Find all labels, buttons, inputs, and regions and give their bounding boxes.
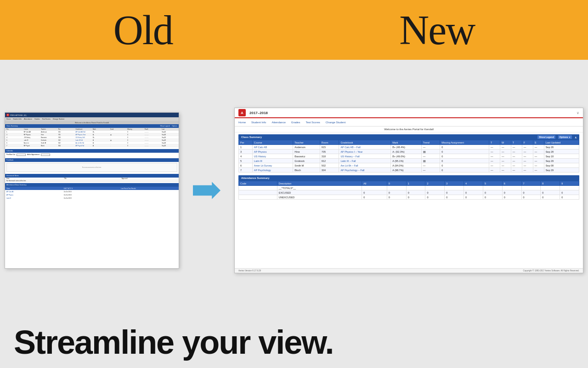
new-content: Class Summary Show Legend Options ∨ ∧ Pe… [235,132,583,268]
collapse-icon[interactable]: ∧ [575,136,577,139]
table-row: 5Latin IIIGrokiock912Latin III – FallA (… [239,159,579,163]
new-label: New [399,6,475,54]
att-col-8: 8 [541,181,560,186]
col-course: Course [252,140,293,145]
col-last: Last Updated [544,140,579,145]
col-trend: Trend [421,140,440,145]
attendance-table: Code Description All 0 1 2 3 4 5 6 7 [238,181,579,200]
att-col-5: 5 [483,181,502,186]
new-nav: Home Student Info Attendance Grades Test… [235,118,583,126]
att-col-9: 9 [560,181,579,186]
attendance-title: Attendance Summary [241,177,270,179]
nav-student-info[interactable]: Student Info [251,121,266,124]
att-col-6: 6 [502,181,521,186]
footer-left: Aeries Version 8.17.9.29 [238,270,261,272]
att-col-0: 0 [387,181,406,186]
nav-home[interactable]: Home [238,121,246,124]
col-missing: Missing Assignment [440,140,489,145]
table-row: 4US HistoryBasowicz318US History – FallB… [239,154,579,159]
col-past5-s: S [533,140,544,145]
att-col-7: 7 [521,181,541,186]
nav-change-student[interactable]: Change Student [326,121,345,124]
new-screenshot: A 2017–2018 ∨ Home Student Info Attendan… [234,108,583,273]
col-past5-th: T [511,140,522,145]
col-mark: Mark [391,140,421,145]
attendance-section: Attendance Summary Code Description All … [238,175,579,200]
nav-test-scores[interactable]: Test Scores [305,121,320,124]
old-screenshot: A PREV ATTEND: (G) HomeStudent InfoAtten… [5,112,179,269]
att-row-unexcused: UNEXCUSED00000000000 [239,195,579,200]
col-past5-t: T [489,140,500,145]
att-col-4: 4 [464,181,483,186]
main-content: A PREV ATTEND: (G) HomeStudent InfoAtten… [0,60,588,321]
att-row-totals: __*TOTALS*__ [239,186,579,190]
svg-marker-0 [193,182,220,199]
att-col-all: All [362,181,387,186]
class-summary-title: Class Summary [241,136,262,138]
att-row-excused: EXCUSED00000000000 [239,190,579,195]
table-row: 1AP Calc ABAnderson915AP Calc AB – FallB… [239,145,579,150]
col-past5-w: W [500,140,511,145]
col-teacher: Teacher [293,140,320,145]
bottom-tagline: Streamline your view. [0,321,588,368]
att-col-2: 2 [425,181,445,186]
att-col-1: 1 [406,181,425,186]
table-row: 7AP PsychologyBloch304AP Psychology – Fa… [239,168,579,172]
col-room: Room [320,140,339,145]
old-label: Old [113,6,173,54]
new-footer: Aeries Version 8.17.9.29 Copyright © 199… [235,268,583,273]
col-past5-f: F [522,140,533,145]
class-summary-table: Per Course Teacher Room Gradebook Mark T… [238,140,579,172]
footer-right: Copyright © 1993-2017 Aeries Software. A… [523,270,579,272]
att-col-desc: Description [277,181,362,186]
attendance-header: Attendance Summary [238,175,579,181]
new-year: 2017–2018 [249,111,268,115]
top-bar: Old New [0,0,588,60]
welcome-text: Welcome to the Aeries Portal for Kendall [235,126,583,132]
arrow-container [193,181,220,200]
col-per: Per [239,140,253,145]
att-col-code: Code [239,181,277,186]
arrow-icon [193,181,220,200]
table-row: 3AP PhysicsHine705AP Physics I – YearA- … [239,150,579,154]
nav-attendance[interactable]: Attendance [271,121,285,124]
class-summary-header: Class Summary Show Legend Options ∨ ∧ [238,134,579,140]
att-col-3: 3 [445,181,464,186]
options-btn[interactable]: Options ∨ [558,135,572,139]
new-topbar: A 2017–2018 ∨ [235,108,583,118]
new-logo: A [238,109,246,116]
nav-grades[interactable]: Grades [291,121,300,124]
table-row: 6Amer Lit SurveySmith M502Am Lit 6h – Fa… [239,163,579,168]
col-gradebook: Gradebook [339,140,391,145]
tagline-text: Streamline your view. [14,326,574,359]
show-legend-btn[interactable]: Show Legend [537,135,555,139]
